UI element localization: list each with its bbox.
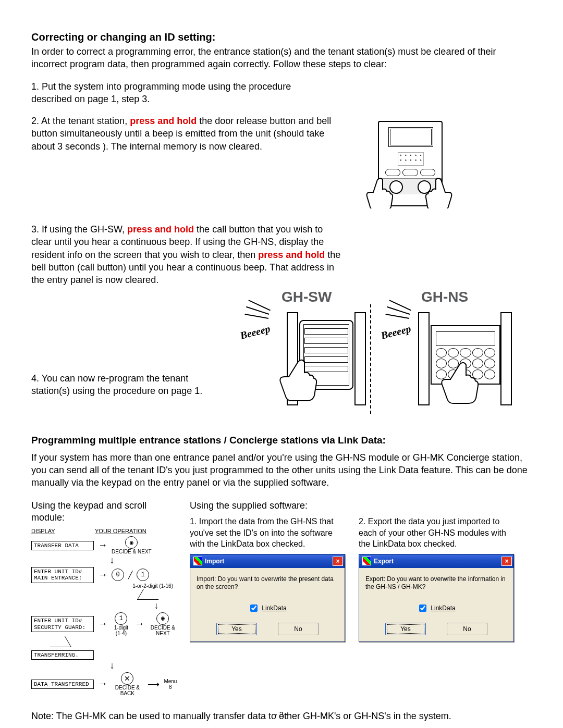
cancel-key-icon: ✕ — [121, 672, 133, 685]
import-yes-button[interactable]: Yes — [216, 623, 257, 635]
gh-panels-row: 4. You can now re-program the tenant sta… — [31, 289, 532, 414]
gh-panels-illustration: GH-SW GH-NS Beeeep — [224, 289, 532, 414]
col-software-export: 2. Export the data you just imported to … — [359, 500, 515, 642]
intro-correcting: In order to correct a programming error,… — [31, 45, 532, 71]
page-number: - 3 - — [0, 710, 563, 719]
arrow-down-icon: ↓ — [136, 601, 177, 610]
arrow-down-icon: ↓ — [47, 661, 177, 670]
software-heading-spacer — [359, 500, 515, 512]
arrow-icon — [135, 619, 144, 630]
panel-divider — [370, 304, 371, 414]
arrow-icon — [98, 619, 107, 630]
export-linkdata-input[interactable] — [419, 604, 426, 612]
app-icon — [193, 557, 202, 565]
flow-box-transferred: DATA TRANSFERRED — [31, 680, 94, 689]
scroll-wheel-icon: ◉ — [125, 536, 138, 549]
export-yes-button[interactable]: Yes — [385, 623, 426, 635]
tenant-station-illustration — [360, 115, 459, 214]
beep-ns: Beeeep — [380, 323, 412, 342]
close-button[interactable]: × — [501, 557, 512, 566]
key-1b: 1 — [115, 612, 127, 625]
arrow-icon — [98, 540, 107, 551]
sound-lines-ns — [386, 313, 410, 316]
flow-display-header: DISPLAY — [31, 528, 55, 534]
keypad-flow-diagram: DISPLAY YOUR OPERATION TRANSFER DATA ◉ D… — [31, 528, 177, 696]
flow-op3-label1: 1-digit (1-4) — [112, 625, 131, 636]
flow-box-main: ENTER UNIT ID# MAIN ENTRANCE: — [31, 567, 94, 583]
flow-op5: DECIDE & BACK — [112, 685, 143, 696]
key-0: 0 — [112, 569, 124, 581]
step3-red1: press and hold — [127, 224, 194, 235]
import-linkdata-label: LinkData — [262, 604, 286, 612]
arrow-icon — [98, 570, 107, 581]
flow-op3-label2: DECIDE & NEXT — [149, 625, 177, 636]
ghsw-label: GH-SW — [282, 289, 332, 305]
close-button[interactable]: × — [333, 557, 343, 566]
step-3-text: 3. If using the GH-SW, press and hold th… — [31, 223, 344, 286]
flow-box-transferring: TRANSFERRING. — [31, 650, 94, 660]
app-icon — [362, 557, 371, 565]
beep-sw: Beeeep — [239, 323, 272, 342]
step3-a: 3. If using the GH-SW, — [31, 224, 127, 235]
sound-lines-sw — [245, 313, 269, 316]
hand-sw-icon — [261, 356, 318, 403]
import-dialog: Import × Import: Do you want to overwrit… — [190, 554, 345, 642]
step-2-text: 2. At the tenant station, press and hold… — [31, 115, 344, 153]
import-linkdata-input[interactable] — [250, 604, 258, 612]
export-text: 2. Export the data you just imported to … — [359, 516, 515, 550]
export-dialog-message: Export: Do you want to overwrite the inf… — [365, 575, 507, 591]
three-columns: Using the keypad and scroll module: DISP… — [31, 500, 532, 696]
ghns-label: GH-NS — [421, 289, 468, 305]
import-dialog-titlebar: Import × — [190, 554, 345, 568]
export-no-button[interactable]: No — [447, 623, 487, 635]
col-keypad: Using the keypad and scroll module: DISP… — [31, 500, 177, 696]
hand-right-icon — [425, 177, 462, 208]
key-1: 1 — [137, 569, 149, 581]
hand-left-icon — [357, 177, 393, 208]
hand-ns-icon — [422, 359, 480, 406]
step-2-row: 2. At the tenant station, press and hold… — [31, 115, 532, 214]
import-no-button[interactable]: No — [278, 623, 319, 635]
import-dialog-title: Import — [205, 558, 224, 565]
step-1: 1. Put the system into programming mode … — [31, 80, 323, 106]
step3-red2: press and hold — [258, 250, 325, 260]
col-software-import: Using the supplied software: 1. Import t… — [190, 500, 346, 642]
arrow-icon — [98, 678, 107, 689]
flow-menu8: Menu 8 — [164, 678, 177, 690]
export-dialog-titlebar: Export × — [359, 554, 513, 568]
step2-part-a: 2. At the tenant station, — [31, 116, 130, 126]
arrow-down-icon: ↓ — [47, 556, 177, 565]
scroll-wheel-icon: ◉ — [156, 612, 169, 625]
flow-box-transfer: TRANSFER DATA — [31, 541, 94, 550]
export-dialog-title: Export — [374, 558, 394, 565]
export-linkdata-checkbox[interactable]: LinkData — [365, 603, 507, 613]
export-dialog: Export × Export: Do you want to overwrit… — [359, 554, 514, 642]
software-heading: Using the supplied software: — [190, 500, 346, 512]
keypad-heading: Using the keypad and scroll module: — [31, 500, 177, 524]
heading-linkdata: Programming multiple entrance stations /… — [31, 435, 532, 446]
import-text: 1. Import the data from the GH-NS that y… — [190, 516, 346, 550]
step2-red: press and hold — [130, 116, 197, 126]
heading-correcting: Correcting or changing an ID setting: — [31, 31, 532, 43]
intro-linkdata: If your system has more than one entranc… — [31, 451, 532, 489]
section-correcting-id: Correcting or changing an ID setting: In… — [31, 31, 532, 414]
flow-box-security: ENTER UNIT ID# SECURITY GUARD: — [31, 616, 94, 632]
step-4-text: 4. You can now re-program the tenant sta… — [31, 289, 224, 398]
import-dialog-message: Import: Do you want to overwrite the pre… — [197, 575, 338, 591]
flow-yourop-header: YOUR OPERATION — [95, 528, 146, 534]
export-linkdata-label: LinkData — [431, 604, 455, 612]
import-linkdata-checkbox[interactable]: LinkData — [197, 603, 338, 613]
page: Correcting or changing an ID setting: In… — [0, 0, 563, 728]
flow-op1: DECIDE & NEXT — [112, 549, 152, 554]
flow-op2-label: 1-or-2-digit (1-16) — [31, 583, 177, 589]
